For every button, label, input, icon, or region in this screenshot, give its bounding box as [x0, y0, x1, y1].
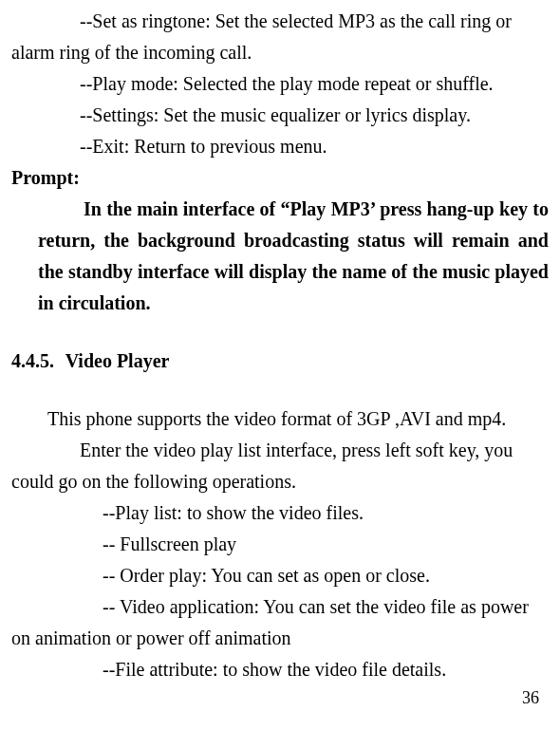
item-set-ringtone: --Set as ringtone: Set the selected MP3 … [11, 6, 549, 68]
video-intro: This phone supports the video format of … [11, 403, 549, 435]
section-number: 4.4.5. [11, 346, 61, 377]
section-heading: 4.4.5. Video Player [11, 346, 549, 377]
page-number: 36 [522, 684, 539, 713]
item-file-attribute: --File attribute: to show the video file… [11, 654, 549, 685]
item-settings: --Settings: Set the music equalizer or l… [11, 100, 549, 131]
item-play-list: --Play list: to show the video files. [11, 497, 549, 529]
item-play-mode: --Play mode: Selected the play mode repe… [11, 68, 549, 100]
prompt-body: In the main interface of “Play MP3’ pres… [11, 194, 549, 319]
item-exit: --Exit: Return to previous menu. [11, 131, 549, 162]
video-enter: Enter the video play list interface, pre… [11, 435, 549, 497]
item-order-play: -- Order play: You can set as open or cl… [11, 560, 549, 591]
section-title: Video Player [65, 350, 170, 371]
item-video-application: -- Video application: You can set the vi… [11, 591, 549, 654]
item-fullscreen: -- Fullscreen play [11, 529, 549, 560]
prompt-label: Prompt: [11, 162, 549, 194]
